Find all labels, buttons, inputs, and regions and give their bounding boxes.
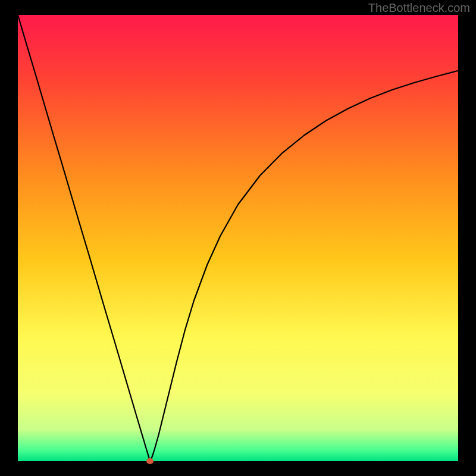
- chart-frame: TheBottleneck.com: [0, 0, 476, 476]
- optimum-marker: [146, 458, 154, 464]
- watermark-text: TheBottleneck.com: [368, 1, 470, 15]
- chart-svg: [0, 0, 476, 476]
